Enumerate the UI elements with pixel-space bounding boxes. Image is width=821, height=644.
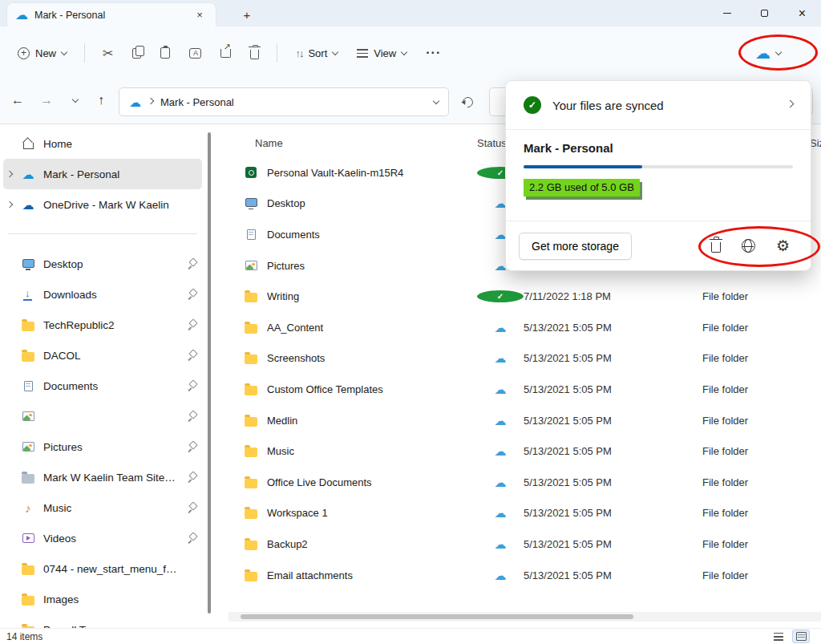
sidebar-item-images[interactable]: Images (3, 584, 202, 614)
new-tab-button[interactable] (237, 5, 257, 24)
tab-close-button[interactable] (192, 7, 208, 23)
sidebar-item-team-site[interactable]: Mark W Kaelin Team Site - Do (3, 462, 202, 492)
up-button[interactable]: ↑ (88, 87, 114, 113)
account-name: Mark - Personal (524, 141, 793, 155)
paste-icon (160, 47, 170, 59)
sidebar-item-downloads[interactable]: Downloads (3, 279, 202, 310)
list-view-icon (774, 633, 783, 641)
table-row[interactable]: Music 5/13/2021 5:05 PM File folder (229, 435, 821, 467)
maximize-button[interactable] (746, 0, 783, 26)
vault-icon (243, 167, 259, 178)
sort-icon (295, 47, 302, 59)
file-type: File folder (702, 383, 810, 395)
folder-icon (243, 538, 259, 550)
sidebar-item-home[interactable]: Home (3, 128, 202, 159)
synced-check-icon (524, 96, 541, 114)
horizontal-scrollbar[interactable] (229, 612, 821, 622)
expand-chevron-icon[interactable] (6, 201, 13, 208)
chevron-right-icon[interactable] (787, 100, 795, 108)
pin-icon (187, 533, 197, 544)
sidebar-item-0744[interactable]: 0744 - new_start_menu_features_2 (3, 553, 202, 584)
table-row[interactable]: Workspace 1 5/13/2021 5:05 PM File folde… (229, 498, 821, 529)
scrollbar-thumb[interactable] (208, 132, 211, 614)
breadcrumb-location[interactable]: Mark - Personal (160, 96, 234, 108)
file-date: 5/13/2021 5:05 PM (524, 322, 702, 334)
more-options-button[interactable] (418, 38, 449, 67)
minimize-icon (723, 13, 731, 14)
gear-icon[interactable] (776, 238, 790, 253)
sidebar-item-desktop[interactable]: Desktop (3, 249, 202, 279)
explorer-tab[interactable]: Mark - Personal (6, 2, 216, 26)
delete-button[interactable] (242, 39, 267, 67)
sidebar-item-documents[interactable]: Documents (3, 371, 202, 401)
scrollbar-thumb[interactable] (241, 614, 633, 619)
expand-chevron-icon[interactable] (6, 171, 13, 177)
file-date: 7/11/2022 1:18 PM (524, 290, 702, 302)
file-type: File folder (702, 352, 810, 364)
back-button[interactable]: ← (5, 87, 30, 113)
copy-button[interactable] (124, 41, 149, 66)
file-name: Custom Office Templates (267, 383, 477, 395)
table-row[interactable]: AA_Content 5/13/2021 5:05 PM File folder (229, 312, 821, 343)
sidebar-item-pictures[interactable]: Pictures (3, 431, 202, 462)
sync-status-row[interactable]: Your files are synced (506, 81, 811, 129)
sidebar-divider (8, 233, 197, 234)
forward-button[interactable]: → (34, 87, 59, 113)
file-date: 5/13/2021 5:05 PM (524, 569, 702, 581)
refresh-button[interactable] (454, 87, 481, 116)
breadcrumb-chevron-icon (148, 97, 154, 103)
table-row[interactable]: Email attachments 5/13/2021 5:05 PM File… (229, 560, 821, 591)
sidebar-item-videos[interactable]: Videos (3, 523, 202, 553)
column-header-size[interactable]: Size (810, 137, 821, 149)
file-name: Music (267, 445, 477, 457)
table-row[interactable]: Screenshots 5/13/2021 5:05 PM File folde… (229, 343, 821, 375)
sync-status-icon (477, 538, 524, 550)
table-row[interactable]: Medlin 5/13/2021 5:05 PM File folder (229, 405, 821, 436)
globe-icon[interactable] (742, 239, 755, 253)
paste-button[interactable] (152, 40, 178, 66)
cut-button[interactable] (95, 38, 121, 68)
chevron-down-icon (401, 48, 407, 55)
minimize-button[interactable] (708, 0, 746, 26)
address-dropdown-icon[interactable] (433, 97, 439, 103)
file-type: File folder (702, 290, 810, 302)
share-button[interactable] (212, 42, 239, 65)
view-label: View (374, 47, 396, 59)
sidebar-scrollbar[interactable] (207, 128, 212, 628)
column-header-name[interactable]: Name (255, 137, 477, 149)
sidebar-item-onedrive-mark-w-kaelin[interactable]: OneDrive - Mark W Kaelin (3, 189, 202, 220)
onedrive-account-button[interactable] (747, 39, 789, 67)
sidebar-item-music[interactable]: Music (3, 492, 202, 523)
get-more-storage-button[interactable]: Get more storage (519, 233, 632, 260)
view-toggle-icons (770, 630, 815, 643)
window-controls (708, 0, 821, 26)
image-icon (21, 411, 35, 420)
sync-status-icon (477, 415, 524, 427)
status-bar: 14 items (0, 628, 821, 644)
sidebar-item-unlabeled[interactable] (3, 401, 202, 431)
table-row[interactable]: Office Live Documents 5/13/2021 5:05 PM … (229, 467, 821, 498)
account-section: Mark - Personal 2.2 GB used of 5.0 GB (506, 130, 811, 196)
list-view-button[interactable] (770, 630, 787, 643)
sidebar-item-dacol[interactable]: DACOL (3, 340, 202, 371)
table-row[interactable]: Writing 7/11/2022 1:18 PM File folder (229, 281, 821, 312)
breadcrumb[interactable]: Mark - Personal (119, 87, 449, 116)
details-view-button[interactable] (792, 630, 810, 643)
flyout-footer: Get more storage (506, 221, 811, 270)
rename-icon (189, 48, 201, 59)
chevron-down-icon (61, 48, 67, 55)
sidebar-item-mark-personal[interactable]: Mark - Personal (3, 159, 202, 189)
rename-button[interactable] (181, 41, 209, 66)
view-button[interactable]: View (349, 40, 415, 67)
table-row[interactable]: Backup2 5/13/2021 5:05 PM File folder (229, 529, 821, 560)
sort-button[interactable]: Sort (287, 40, 346, 67)
sync-status-icon (477, 322, 524, 334)
table-row[interactable]: Custom Office Templates 5/13/2021 5:05 P… (229, 374, 821, 405)
sidebar-item-techrepublic2[interactable]: TechRepublic2 (3, 310, 202, 340)
new-button[interactable]: New (10, 40, 75, 67)
recycle-bin-icon[interactable] (711, 242, 721, 253)
recent-locations-button[interactable] (63, 87, 88, 113)
file-name: Backup2 (267, 538, 477, 550)
separator (277, 43, 277, 63)
close-button[interactable] (783, 0, 821, 26)
